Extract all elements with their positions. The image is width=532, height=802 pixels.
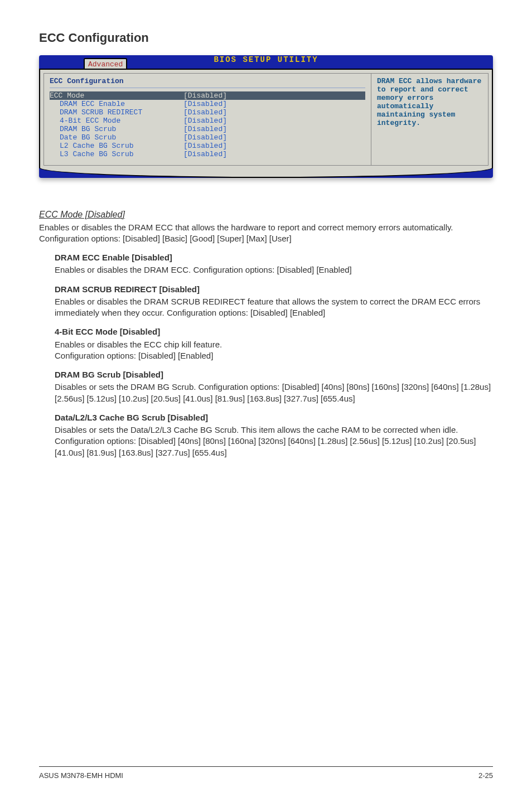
bios-setting-value: [Disabled]	[183, 91, 227, 100]
bios-setting-row[interactable]: Date BG Scrub[Disabled]	[50, 133, 365, 142]
bios-setting-key: DRAM ECC Enable	[50, 100, 183, 108]
section-ecc-mode-body: Enables or disables the DRAM ECC that al…	[39, 222, 493, 245]
section-4bit-body2: Configuration options: [Disabled] [Enabl…	[55, 350, 493, 361]
bios-setting-value: [Disabled]	[183, 125, 227, 133]
section-4bit-body1: Enables or disables the ECC chip kill fe…	[55, 339, 493, 350]
bios-setting-value: [Disabled]	[183, 133, 227, 142]
indented-sections: DRAM ECC Enable [Disabled] Enables or di…	[39, 252, 493, 458]
bios-left-panel: ECC Configuration ECC Mode[Disabled]DRAM…	[43, 73, 371, 166]
bios-window: BIOS SETUP UTILITY Advanced ECC Configur…	[39, 55, 493, 178]
page-heading: ECC Configuration	[39, 31, 493, 45]
bios-panel-title: ECC Configuration	[50, 77, 365, 85]
body-content: ECC Mode [Disabled] Enables or disables …	[39, 209, 493, 458]
bios-setting-value: [Disabled]	[183, 108, 227, 117]
page-footer: ASUS M3N78-EMH HDMI 2-25	[39, 766, 493, 780]
bios-setting-row[interactable]: L2 Cache BG Scrub[Disabled]	[50, 142, 365, 150]
bios-setting-row[interactable]: ECC Mode[Disabled]	[50, 91, 365, 100]
section-4bit-title: 4-Bit ECC Mode [Disabled]	[55, 326, 493, 337]
section-bg-scrub-title: DRAM BG Scrub [Disabled]	[55, 369, 493, 380]
section-ecc-mode-title: ECC Mode [Disabled]	[39, 209, 493, 221]
bios-setting-key: DRAM SCRUB REDIRECT	[50, 108, 183, 117]
bios-divider	[50, 88, 365, 88]
bios-setting-row[interactable]: DRAM ECC Enable[Disabled]	[50, 100, 365, 108]
bios-setting-value: [Disabled]	[183, 117, 227, 125]
bios-setting-value: [Disabled]	[183, 150, 227, 158]
bios-help-panel: DRAM ECC allows hardware to report and c…	[371, 73, 489, 166]
section-data-cache-title: Data/L2/L3 Cache BG Scrub [Disabled]	[55, 412, 493, 423]
bios-setting-key: DRAM BG Scrub	[50, 125, 183, 133]
bios-setting-row[interactable]: L3 Cache BG Scrub[Disabled]	[50, 150, 365, 158]
section-dram-ecc-title: DRAM ECC Enable [Disabled]	[55, 252, 493, 263]
bios-setting-value: [Disabled]	[183, 142, 227, 150]
bios-setting-key: ECC Mode	[50, 91, 183, 100]
section-scrub-redirect-title: DRAM SCRUB REDIRECT [Disabled]	[55, 284, 493, 295]
tab-advanced[interactable]: Advanced	[84, 58, 127, 69]
bios-tabstrip: Advanced	[39, 55, 493, 69]
bios-setting-key: L2 Cache BG Scrub	[50, 142, 183, 150]
footer-left: ASUS M3N78-EMH HDMI	[39, 771, 123, 780]
footer-right: 2-25	[478, 771, 493, 780]
section-scrub-redirect-body: Enables or disables the DRAM SCRUB REDIR…	[55, 296, 493, 319]
section-data-cache-body: Disables or sets the Data/L2/L3 Cache BG…	[55, 424, 493, 458]
bios-body: ECC Configuration ECC Mode[Disabled]DRAM…	[39, 69, 493, 178]
bios-setting-row[interactable]: DRAM BG Scrub[Disabled]	[50, 125, 365, 133]
bios-setting-row[interactable]: 4-Bit ECC Mode[Disabled]	[50, 117, 365, 125]
section-dram-ecc-body: Enables or disables the DRAM ECC. Config…	[55, 264, 493, 276]
section-bg-scrub-body: Disables or sets the DRAM BG Scrub. Conf…	[55, 381, 493, 404]
bios-setting-value: [Disabled]	[183, 100, 227, 108]
bios-setting-key: 4-Bit ECC Mode	[50, 117, 183, 125]
bios-setting-row[interactable]: DRAM SCRUB REDIRECT[Disabled]	[50, 108, 365, 117]
bios-setting-key: L3 Cache BG Scrub	[50, 150, 183, 158]
bios-setting-key: Date BG Scrub	[50, 133, 183, 142]
